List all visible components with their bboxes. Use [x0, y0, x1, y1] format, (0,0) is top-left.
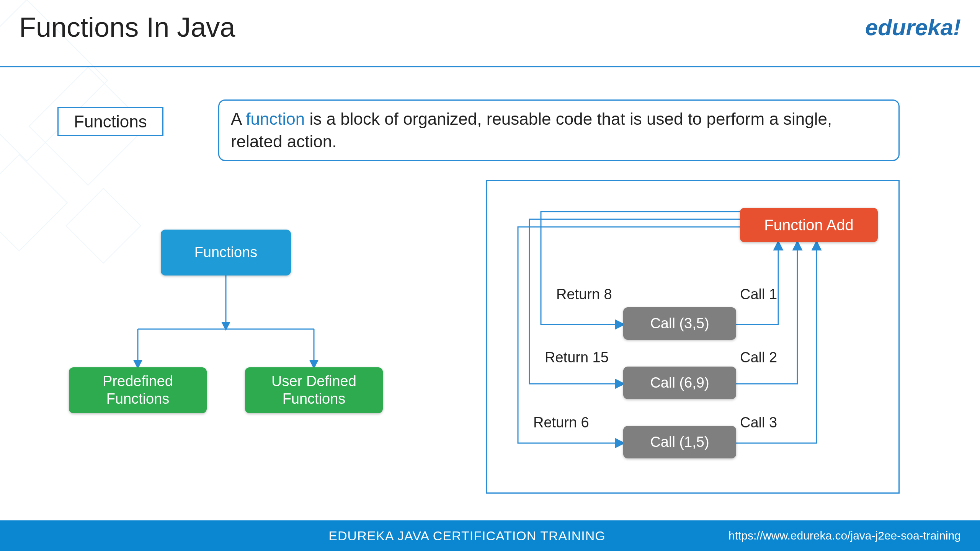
call-flow-diagram: Function Add Call (3,5) Call (6,9) Call …: [486, 180, 900, 494]
page-title: Functions In Java: [19, 11, 235, 43]
return-label-2: Return 15: [545, 349, 609, 366]
tree-root-node: Functions: [161, 230, 291, 276]
header-divider: [0, 66, 980, 67]
return-label-1: Return 8: [556, 286, 612, 303]
call-label-1: Call 1: [740, 286, 777, 303]
tree-right-node: User Defined Functions: [245, 367, 383, 413]
function-add-node: Function Add: [740, 208, 878, 242]
call-label-3: Call 3: [740, 414, 777, 431]
return-label-3: Return 6: [533, 414, 589, 431]
header: Functions In Java edureka!: [19, 11, 961, 43]
definition-box: A function is a block of organized, reus…: [218, 99, 900, 161]
footer-course: EDUREKA JAVA CERTIFICATION TRAINING: [328, 528, 605, 543]
call-box-1: Call (3,5): [623, 307, 736, 340]
tree-left-node: Predefined Functions: [69, 367, 207, 413]
brand-logo: edureka!: [865, 14, 961, 41]
footer-url: https://www.edureka.co/java-j2ee-soa-tra…: [728, 529, 961, 542]
functions-tree: Functions Predefined Functions User Defi…: [61, 226, 413, 440]
call-box-2: Call (6,9): [623, 367, 736, 399]
footer: EDUREKA JAVA CERTIFICATION TRAINING http…: [0, 520, 980, 551]
definition-prefix: A: [231, 109, 246, 128]
call-box-3: Call (1,5): [623, 426, 736, 458]
functions-badge: Functions: [57, 107, 163, 136]
call-label-2: Call 2: [740, 349, 777, 366]
definition-keyword: function: [246, 109, 305, 128]
definition-suffix: is a block of organized, reusable code t…: [231, 109, 832, 151]
